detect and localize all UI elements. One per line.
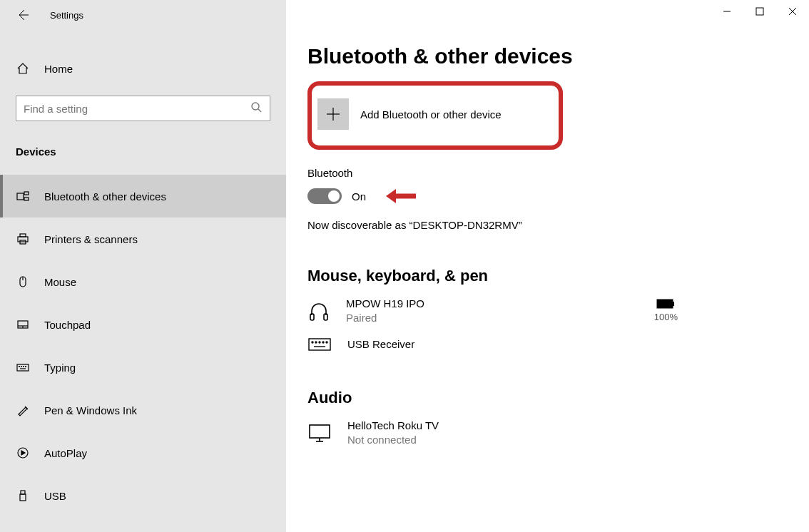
autoplay-icon	[16, 446, 30, 460]
maximize-button[interactable]	[743, 0, 776, 23]
bluetooth-toggle-row: On	[307, 186, 788, 206]
monitor-icon	[307, 423, 332, 443]
mouse-icon	[16, 275, 30, 289]
sidebar-item-mouse[interactable]: Mouse	[0, 260, 286, 303]
sidebar-item-autoplay[interactable]: AutoPlay	[0, 431, 286, 474]
usb-icon	[16, 488, 30, 503]
svg-point-34	[319, 342, 320, 343]
home-label: Home	[44, 63, 73, 75]
svg-rect-30	[673, 302, 674, 306]
svg-point-15	[24, 367, 24, 367]
search-field[interactable]	[16, 96, 270, 121]
device-text: USB Receiver	[347, 337, 414, 352]
minimize-button[interactable]	[711, 0, 743, 23]
nav-label: Typing	[44, 362, 76, 374]
device-item[interactable]: USB Receiver	[307, 336, 788, 353]
nav-label: Pen & Windows Ink	[44, 404, 137, 416]
sidebar-item-pen[interactable]: Pen & Windows Ink	[0, 389, 286, 431]
svg-point-35	[322, 342, 324, 343]
sidebar-item-bluetooth[interactable]: Bluetooth & other devices	[0, 175, 286, 218]
add-device-label: Add Bluetooth or other device	[360, 108, 502, 121]
sidebar-item-printers[interactable]: Printers & scanners	[0, 218, 286, 260]
device-name: HelloTech Roku TV	[347, 419, 439, 433]
svg-rect-3	[24, 198, 29, 200]
device-item[interactable]: MPOW H19 IPO Paired 100%	[307, 297, 788, 324]
nav-label: AutoPlay	[44, 447, 87, 459]
svg-point-32	[312, 342, 313, 343]
svg-point-13	[19, 367, 20, 367]
nav-label: Bluetooth & other devices	[44, 190, 166, 203]
annotation-highlight: Add Bluetooth or other device	[307, 81, 563, 150]
headphones-icon	[307, 300, 330, 322]
nav-label: Printers & scanners	[44, 233, 138, 245]
device-text: MPOW H19 IPO Paired	[346, 297, 424, 324]
svg-point-14	[21, 367, 22, 367]
sidebar-item-touchpad[interactable]: Touchpad	[0, 303, 286, 346]
touchpad-icon	[16, 317, 30, 332]
close-button[interactable]	[776, 0, 809, 23]
discoverable-text: Now discoverable as “DESKTOP-DN32RMV”	[307, 219, 788, 231]
sidebar-item-usb[interactable]: USB	[0, 474, 286, 517]
content-pane: Bluetooth & other devices Add Bluetooth …	[286, 0, 809, 532]
bluetooth-toggle[interactable]	[307, 188, 342, 204]
nav-list: Bluetooth & other devices Printers & sca…	[0, 175, 286, 517]
svg-rect-20	[20, 494, 26, 501]
keyboard-icon	[307, 336, 332, 353]
annotation-arrow-icon	[382, 186, 417, 206]
nav-label: USB	[44, 490, 66, 502]
device-status: Paired	[346, 311, 424, 325]
home-icon	[16, 61, 30, 76]
section-mouse-header: Mouse, keyboard, & pen	[307, 267, 788, 285]
pen-icon	[16, 403, 30, 417]
device-status: Not connected	[347, 433, 439, 447]
sidebar: Settings Home Devices Bluetooth & other …	[0, 0, 286, 532]
back-icon[interactable]	[16, 8, 30, 22]
svg-point-0	[252, 103, 259, 110]
titlebar: Settings	[0, 0, 286, 30]
svg-point-36	[326, 342, 327, 343]
sidebar-item-typing[interactable]: Typing	[0, 346, 286, 389]
svg-rect-22	[756, 8, 763, 15]
window-controls	[711, 0, 809, 23]
svg-rect-4	[18, 237, 28, 242]
svg-rect-38	[310, 425, 330, 438]
devices-icon	[16, 189, 30, 203]
window-title: Settings	[50, 10, 83, 21]
page-title: Bluetooth & other devices	[307, 44, 788, 68]
add-device-button[interactable]: Add Bluetooth or other device	[317, 98, 546, 130]
device-name: MPOW H19 IPO	[346, 297, 424, 311]
nav-label: Touchpad	[44, 319, 91, 331]
printer-icon	[16, 232, 30, 246]
plus-icon	[317, 98, 349, 130]
bluetooth-label: Bluetooth	[307, 167, 788, 179]
bluetooth-state: On	[352, 190, 366, 203]
svg-rect-31	[309, 339, 330, 350]
nav-label: Mouse	[44, 276, 76, 288]
battery-percent: 100%	[654, 312, 678, 322]
device-name: USB Receiver	[347, 337, 414, 352]
search-input[interactable]	[16, 96, 270, 121]
svg-point-16	[26, 367, 26, 367]
svg-rect-19	[21, 491, 25, 494]
keyboard-icon	[16, 360, 30, 374]
nav-group-header: Devices	[0, 145, 286, 168]
svg-rect-12	[17, 364, 29, 371]
svg-point-33	[315, 342, 317, 343]
search-icon	[250, 101, 262, 113]
home-link[interactable]: Home	[0, 56, 286, 81]
device-text: HelloTech Roku TV Not connected	[347, 419, 439, 446]
battery-indicator: 100%	[654, 299, 678, 322]
section-audio-header: Audio	[307, 389, 788, 407]
svg-rect-29	[657, 300, 673, 308]
svg-rect-1	[17, 193, 24, 200]
svg-rect-5	[20, 234, 26, 237]
device-item[interactable]: HelloTech Roku TV Not connected	[307, 419, 788, 446]
svg-rect-2	[24, 192, 29, 195]
